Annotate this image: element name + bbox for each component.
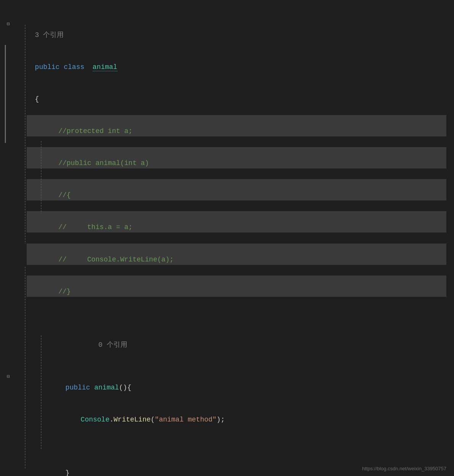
comment-line-4: // this.a = a;: [27, 211, 446, 232]
paren-close-1: );: [217, 416, 225, 423]
method-animal-line: ⊟ public animal(){: [27, 361, 446, 393]
comment-line-2: //public animal(int a): [27, 147, 446, 168]
comment-6: //}: [42, 288, 71, 295]
watermark: https://blog.csdn.net/weixin_33950757: [362, 466, 446, 471]
keyword-public-2: public: [66, 384, 95, 391]
collapse-btn-2[interactable]: ⊟: [7, 372, 10, 382]
class-animal-line: public class animal: [27, 51, 446, 72]
method-paren: (){: [119, 384, 131, 391]
open-brace-1: {: [27, 83, 446, 104]
keyword-public-1: public: [35, 63, 64, 71]
comment-line-5: // Console.WriteLine(a);: [27, 244, 446, 265]
method-name-animal: animal: [94, 384, 119, 391]
comment-line-3: //{: [27, 179, 446, 200]
paren-open-1: (: [151, 416, 155, 423]
string-animal-method: "animal method": [155, 416, 217, 423]
empty-2: [27, 436, 446, 446]
brace-open-1: {: [35, 95, 39, 103]
comment-1: //protected int a;: [42, 127, 133, 135]
ref-hint-2: 0 个引用: [35, 341, 127, 349]
collapse-btn-1[interactable]: ⊟: [7, 19, 10, 30]
comment-line-1: //protected int a;: [27, 115, 446, 136]
keyword-class-1: class: [64, 63, 84, 71]
code-editor: ⊟ 3 个引用 public class animal { //protecte…: [0, 0, 454, 476]
writeline-method-1: WriteLine: [114, 416, 151, 423]
ref-line-2: 0 个引用: [27, 329, 446, 350]
brace-close-method: }: [66, 469, 70, 476]
comment-2: //public animal(int a): [42, 159, 149, 167]
ref-hint-1: 3 个引用: [35, 31, 64, 39]
console-writeline-1: Console.WriteLine("animal method");: [27, 404, 446, 425]
comment-5: // Console.WriteLine(a);: [42, 256, 174, 263]
ref-line-1: ⊟ 3 个引用: [27, 8, 446, 40]
empty-1: [27, 308, 446, 318]
class-name-animal: animal: [93, 63, 117, 71]
comment-3: //{: [42, 191, 71, 199]
comment-4: // this.a = a;: [42, 223, 133, 231]
console-class-1: Console: [81, 416, 110, 423]
dot-1: .: [109, 416, 114, 423]
space-1: [84, 63, 93, 71]
comment-line-6: //}: [27, 276, 446, 297]
